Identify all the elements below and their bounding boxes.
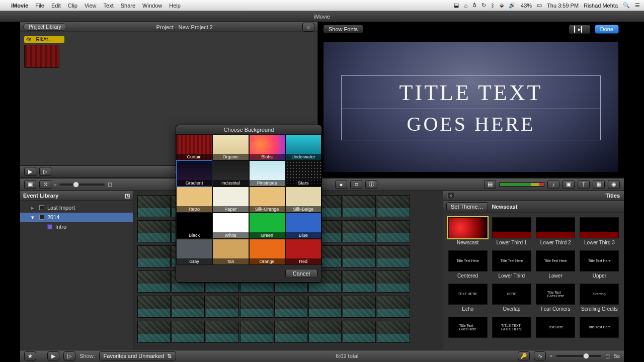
- notifications-icon[interactable]: ☰: [635, 2, 640, 9]
- filmstrip-thumbnail[interactable]: [206, 296, 239, 318]
- filmstrip-thumbnail[interactable]: [377, 296, 410, 318]
- maps-browser-button[interactable]: ◉: [608, 180, 620, 189]
- audio-skim-button[interactable]: ∿: [534, 351, 546, 360]
- background-option[interactable]: Orange: [249, 239, 285, 265]
- app-menu[interactable]: iMovie: [11, 3, 28, 9]
- title-line-1[interactable]: TITLE TEXT: [342, 76, 600, 108]
- filmstrip-thumbnail[interactable]: [137, 245, 171, 267]
- bluetooth-icon[interactable]: ᛒ: [491, 3, 495, 9]
- show-fonts-button[interactable]: Show Fonts: [323, 25, 363, 34]
- filmstrip-thumbnail[interactable]: [377, 270, 410, 293]
- event-item[interactable]: ▸Last Import: [20, 203, 133, 213]
- title-style-tile[interactable]: StarringScrolling Credits: [579, 284, 620, 312]
- favorite-button[interactable]: ★: [24, 351, 36, 360]
- swap-button[interactable]: ⤭: [39, 180, 51, 189]
- menu-view[interactable]: View: [85, 3, 97, 9]
- background-option[interactable]: Underwater: [285, 134, 321, 160]
- filmstrip-thumbnail[interactable]: [240, 321, 273, 343]
- set-theme-button[interactable]: Set Theme…: [446, 202, 488, 211]
- play-button[interactable]: ▶: [24, 167, 36, 176]
- title-style-tile[interactable]: Title Text HereUpper: [579, 250, 620, 279]
- background-option[interactable]: Silk-Beige: [285, 187, 321, 213]
- filmstrip-thumbnail[interactable]: [172, 296, 205, 318]
- event-item[interactable]: Intro: [20, 222, 133, 231]
- globe-icon[interactable]: ♁: [472, 2, 476, 9]
- menu-help[interactable]: Help: [169, 3, 181, 9]
- filmstrip-thumbnail[interactable]: [274, 296, 307, 318]
- filmstrip-thumbnail[interactable]: [343, 245, 376, 267]
- filmstrip-thumbnail[interactable]: [343, 220, 376, 242]
- volume-icon[interactable]: 🔊: [509, 2, 516, 9]
- title-style-tile[interactable]: TITLE TEXT GOES HERE: [491, 317, 532, 339]
- filmstrip-thumbnail[interactable]: [377, 195, 410, 217]
- background-option[interactable]: Red: [285, 239, 321, 265]
- keywords-button[interactable]: 🔑: [518, 351, 530, 360]
- thumbnail-slider[interactable]: [59, 184, 105, 186]
- play-button-footer[interactable]: ▶: [47, 351, 59, 360]
- filmstrip-thumbnail[interactable]: [137, 270, 171, 293]
- filmstrip-thumbnail[interactable]: [137, 321, 171, 343]
- disclosure-triangle-icon[interactable]: ▾: [31, 214, 36, 221]
- background-option[interactable]: Paper: [212, 187, 249, 213]
- background-option[interactable]: Blue: [285, 213, 321, 239]
- music-browser-button[interactable]: ♪: [547, 180, 559, 189]
- show-filter-select[interactable]: Favorites and Unmarked ⇅: [99, 351, 176, 360]
- spotlight-icon[interactable]: 🔍: [623, 2, 630, 9]
- background-option[interactable]: Pinstripes: [249, 160, 285, 187]
- background-option[interactable]: Green: [249, 213, 285, 239]
- title-style-tile[interactable]: Text Here: [535, 317, 576, 339]
- title-style-tile[interactable]: Title Text HereCentered: [447, 250, 488, 279]
- filmstrip-thumbnail[interactable]: [240, 296, 273, 318]
- play-fullscreen-button-footer[interactable]: ▷: [63, 351, 75, 360]
- filmstrip-thumbnail[interactable]: [137, 220, 171, 242]
- filmstrip-thumbnail[interactable]: [343, 270, 376, 293]
- background-option[interactable]: Stars: [285, 160, 321, 187]
- title-style-tile[interactable]: Newscast: [447, 217, 488, 245]
- filmstrip-thumbnail[interactable]: [274, 321, 307, 343]
- project-library-tab[interactable]: Project Library: [23, 23, 66, 31]
- filmstrip-thumbnail[interactable]: [343, 296, 376, 318]
- transitions-browser-button[interactable]: ▦: [593, 180, 605, 189]
- menu-edit[interactable]: Edit: [51, 3, 61, 9]
- background-option[interactable]: Curtain: [176, 134, 212, 160]
- event-collapse-icon[interactable]: ◳: [125, 193, 130, 199]
- project-grip-icon[interactable]: ≡: [302, 23, 314, 32]
- dropbox-icon[interactable]: ⬓: [454, 2, 459, 9]
- background-option[interactable]: Organic: [212, 134, 249, 160]
- title-style-tile[interactable]: TEXT HEREEcho: [447, 284, 488, 312]
- filmstrip-thumbnail[interactable]: [172, 321, 205, 343]
- crop-button[interactable]: ⧈: [350, 180, 362, 189]
- inspector-button[interactable]: ⓘ: [365, 180, 377, 189]
- home-icon[interactable]: ⌂: [464, 3, 467, 9]
- user-name[interactable]: Rishad Mehta: [584, 3, 618, 9]
- sync-icon[interactable]: ↻: [481, 2, 486, 9]
- title-style-tile[interactable]: Lower Third 3: [579, 217, 620, 245]
- background-option[interactable]: Gray: [176, 239, 212, 265]
- filmstrip-thumbnail[interactable]: [137, 296, 171, 318]
- background-option[interactable]: White: [212, 213, 249, 239]
- background-option[interactable]: Industrial: [212, 160, 249, 187]
- title-line-2[interactable]: GOES HERE: [342, 110, 600, 140]
- menu-share[interactable]: Share: [121, 3, 135, 9]
- title-style-tile[interactable]: Lower Third 1: [491, 217, 532, 245]
- background-option[interactable]: Silk-Orange: [249, 187, 285, 213]
- title-style-tile[interactable]: Title Text Here: [579, 317, 620, 339]
- title-style-tile[interactable]: HEREOverlap: [491, 284, 532, 312]
- menu-text[interactable]: Text: [104, 3, 114, 9]
- title-style-tile[interactable]: Title Text Goes HereFour Corners: [535, 284, 576, 312]
- menu-window[interactable]: Window: [142, 3, 162, 9]
- filmstrip-thumbnail[interactable]: [308, 296, 342, 318]
- filmstrip-thumbnail[interactable]: [377, 245, 410, 267]
- camera-import-button[interactable]: ▣: [24, 180, 36, 189]
- play-fullscreen-button[interactable]: ▷: [39, 167, 51, 176]
- title-text-box[interactable]: TITLE TEXT GOES HERE: [341, 75, 601, 140]
- background-option[interactable]: Black: [176, 213, 212, 239]
- filmstrip-thumbnail[interactable]: [377, 321, 410, 343]
- voiceover-button[interactable]: ●: [335, 180, 347, 189]
- titles-close-button[interactable]: ×: [447, 192, 454, 199]
- cancel-button[interactable]: Cancel: [285, 269, 317, 278]
- title-style-tile[interactable]: Title Text HereLower Third: [491, 250, 532, 279]
- wifi-icon[interactable]: ⬙: [500, 2, 504, 9]
- event-item[interactable]: ▾2014: [20, 213, 133, 222]
- background-option[interactable]: Tan: [212, 239, 249, 265]
